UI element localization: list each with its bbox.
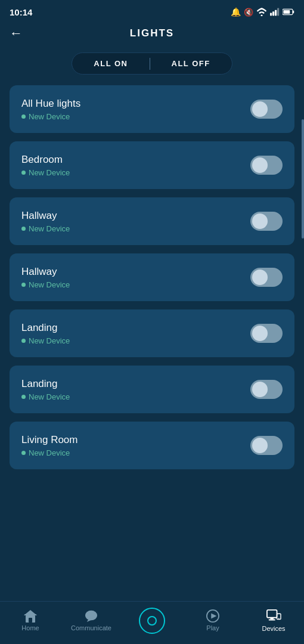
svg-rect-11 (29, 618, 32, 623)
wifi-icon (256, 8, 267, 16)
device-status: New Device (21, 336, 70, 345)
nav-label-play: Play (206, 624, 219, 631)
status-dot (21, 227, 26, 231)
status-dot (21, 339, 26, 343)
scroll-indicator (302, 119, 304, 239)
device-card: Hallway New Device (10, 253, 294, 301)
status-label: New Device (29, 392, 70, 401)
device-name: All Hue lights (21, 98, 80, 110)
mute-icon: 🔇 (244, 8, 253, 17)
device-info: Landing New Device (21, 322, 70, 345)
nav-item-communicate[interactable]: Communicate (61, 609, 122, 631)
svg-point-12 (85, 611, 97, 621)
status-dot (21, 171, 26, 175)
device-status: New Device (21, 168, 70, 177)
svg-rect-3 (275, 10, 277, 16)
svg-point-20 (278, 618, 279, 618)
svg-point-0 (261, 15, 263, 17)
status-time: 10:14 (10, 7, 32, 17)
status-dot (21, 114, 26, 119)
device-name: Hallway (21, 266, 70, 278)
device-card: Living Room New Device (10, 422, 294, 469)
device-name: Living Room (21, 434, 78, 446)
device-status: New Device (21, 392, 70, 401)
nav-label-home: Home (21, 624, 39, 631)
nav-item-play[interactable]: Play (182, 609, 243, 631)
status-dot (21, 283, 26, 287)
device-status: New Device (21, 448, 78, 457)
devices-icon (266, 609, 281, 623)
alexa-circle[interactable] (139, 608, 165, 634)
device-card: All Hue lights New Device (10, 85, 294, 133)
device-card: Landing New Device (10, 366, 294, 413)
header: ← LIGHTS (0, 21, 304, 45)
status-label: New Device (29, 280, 70, 289)
status-bar: 10:14 🔔 🔇 (0, 0, 304, 21)
alarm-icon: 🔔 (231, 7, 241, 17)
nav-item-alexa[interactable] (122, 608, 182, 634)
device-status: New Device (21, 280, 70, 289)
page-title: LIGHTS (130, 27, 174, 39)
nav-item-devices[interactable]: Devices (243, 609, 304, 632)
all-on-button[interactable]: ALL ON (72, 53, 149, 74)
device-list: All Hue lights New Device Bedroom New De… (0, 85, 304, 469)
device-card: Hallway New Device (10, 197, 294, 245)
svg-rect-7 (284, 10, 290, 14)
device-info: Landing New Device (21, 378, 70, 401)
device-toggle[interactable] (250, 380, 283, 399)
svg-marker-15 (211, 613, 216, 618)
device-toggle[interactable] (250, 436, 283, 455)
device-info: Bedroom New Device (21, 154, 70, 177)
alexa-inner (147, 616, 157, 626)
device-name: Landing (21, 378, 70, 390)
status-label: New Device (29, 448, 70, 457)
device-card: Bedroom New Device (10, 141, 294, 189)
status-dot (21, 451, 26, 455)
device-card: Landing New Device (10, 309, 294, 357)
device-toggle[interactable] (250, 100, 283, 119)
device-toggle[interactable] (250, 156, 283, 175)
status-dot (21, 395, 26, 399)
home-icon (23, 609, 38, 623)
device-name: Landing (21, 322, 70, 334)
nav-label-communicate: Communicate (71, 624, 111, 631)
status-label: New Device (29, 168, 70, 177)
device-toggle[interactable] (250, 324, 283, 343)
toggle-buttons-container: ALL ON ALL OFF (0, 52, 304, 75)
svg-rect-4 (277, 8, 279, 16)
bottom-nav: Home Communicate Play Devices (0, 601, 304, 644)
battery-icon (283, 8, 294, 16)
device-info: All Hue lights New Device (21, 98, 80, 121)
device-status: New Device (21, 224, 70, 233)
svg-rect-6 (293, 11, 294, 14)
status-label: New Device (29, 224, 70, 233)
back-button[interactable]: ← (10, 26, 23, 41)
status-icons: 🔔 🔇 (231, 7, 294, 17)
all-off-button[interactable]: ALL OFF (150, 53, 232, 74)
device-info: Hallway New Device (21, 266, 70, 289)
status-label: New Device (29, 336, 70, 345)
svg-rect-17 (270, 618, 274, 620)
svg-rect-16 (267, 610, 277, 618)
communicate-icon (84, 609, 98, 623)
device-toggle[interactable] (250, 268, 283, 287)
status-label: New Device (29, 112, 70, 121)
device-name: Bedroom (21, 154, 70, 166)
svg-marker-9 (24, 610, 37, 615)
svg-rect-1 (270, 13, 272, 16)
nav-item-home[interactable]: Home (0, 609, 61, 631)
signal-icon (270, 8, 280, 16)
device-status: New Device (21, 112, 80, 121)
device-info: Living Room New Device (21, 434, 78, 457)
toggle-pill: ALL ON ALL OFF (72, 52, 232, 75)
device-name: Hallway (21, 210, 70, 222)
device-toggle[interactable] (250, 212, 283, 231)
device-info: Hallway New Device (21, 210, 70, 233)
nav-label-devices: Devices (262, 625, 285, 632)
svg-rect-18 (269, 620, 275, 621)
svg-rect-2 (272, 11, 274, 16)
play-icon (206, 609, 219, 623)
